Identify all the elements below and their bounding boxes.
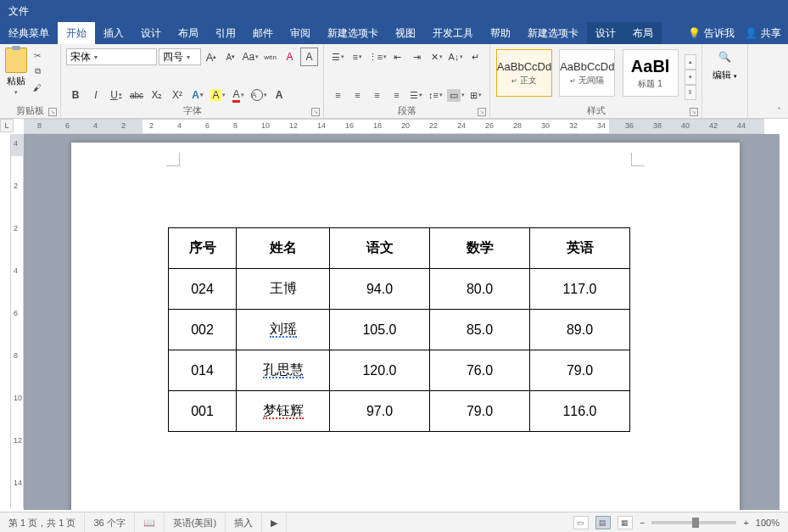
numbering-button[interactable]: ≡ — [349, 48, 366, 66]
status-proofing[interactable]: 📖 — [135, 512, 165, 533]
table-header[interactable]: 序号 — [169, 228, 237, 269]
table-cell[interactable]: 85.0 — [430, 310, 530, 350]
tab-table-layout[interactable]: 布局 — [624, 22, 662, 44]
style-heading1[interactable]: AaBl 标题 1 — [623, 49, 679, 97]
style-normal[interactable]: AaBbCcDd ↵ 正文 — [496, 49, 552, 97]
clipboard-dialog-launcher[interactable]: ↘ — [48, 108, 57, 116]
paragraph-dialog-launcher[interactable]: ↘ — [478, 108, 486, 116]
table-header[interactable]: 姓名 — [237, 228, 330, 269]
collapse-ribbon-button[interactable]: ˄ — [773, 106, 785, 116]
find-button[interactable]: 🔍 — [716, 48, 735, 66]
shrink-font-button[interactable]: A▾ — [221, 48, 239, 66]
tab-selector[interactable]: L — [0, 119, 14, 132]
text-effects-button[interactable]: A — [188, 86, 207, 104]
zoom-level[interactable]: 100% — [756, 518, 780, 528]
enclosed-char-button[interactable]: A — [249, 86, 268, 104]
view-print-button[interactable]: ▤ — [595, 516, 611, 529]
table-cell[interactable]: 孔思慧 — [237, 350, 330, 391]
table-cell[interactable]: 89.0 — [530, 310, 630, 350]
tell-me[interactable]: 💡告诉我 — [688, 26, 735, 41]
styles-down-button[interactable]: ▾ — [685, 70, 696, 85]
bullets-button[interactable]: ☰ — [329, 48, 347, 66]
align-justify-button[interactable]: ≡ — [388, 86, 405, 104]
tab-newtab2[interactable]: 新建选项卡 — [519, 22, 587, 44]
table-row[interactable]: 014孔思慧120.076.079.0 — [169, 350, 630, 391]
clear-format-button[interactable]: A — [281, 48, 299, 66]
status-macro[interactable]: ▶ — [262, 512, 287, 533]
bold-button[interactable]: B — [66, 86, 85, 104]
subscript-button[interactable]: X₂ — [148, 86, 166, 104]
format-painter-button[interactable]: 🖌 — [29, 80, 46, 95]
horizontal-ruler[interactable]: 8642246810121416182022242628303234363840… — [24, 119, 764, 134]
table-cell[interactable]: 刘瑶 — [237, 310, 330, 350]
indent-button[interactable]: ⇥ — [408, 48, 426, 66]
document-canvas[interactable]: 序号 姓名 语文 数学 英语 024王博94.080.0117.0002刘瑶10… — [24, 134, 780, 510]
zoom-slider[interactable] — [651, 521, 736, 524]
table-cell[interactable]: 79.0 — [530, 350, 630, 391]
table-cell[interactable]: 014 — [169, 350, 237, 391]
superscript-button[interactable]: X² — [168, 86, 187, 104]
table-cell[interactable]: 97.0 — [330, 391, 430, 432]
cut-button[interactable]: ✂ — [29, 48, 46, 63]
grow-font-button[interactable]: A▴ — [203, 48, 221, 66]
highlight-button[interactable]: A — [209, 86, 227, 104]
char-shading-button[interactable]: A — [270, 86, 288, 104]
table-cell[interactable]: 024 — [169, 269, 237, 310]
status-language[interactable]: 英语(美国) — [165, 512, 226, 533]
vertical-ruler[interactable]: 422468101214 — [10, 134, 24, 508]
table-cell[interactable]: 105.0 — [330, 310, 430, 350]
change-case-button[interactable]: Aa — [241, 48, 260, 66]
borders-button[interactable]: ⊞ — [467, 86, 484, 104]
tab-design[interactable]: 设计 — [132, 22, 170, 44]
zoom-thumb[interactable] — [692, 518, 699, 528]
sort-button[interactable]: A↓ — [447, 48, 465, 66]
tab-mail[interactable]: 邮件 — [244, 22, 282, 44]
show-marks-button[interactable]: ↵ — [467, 48, 484, 66]
share-button[interactable]: 👤共享 — [745, 26, 781, 41]
font-size-select[interactable]: 四号 — [159, 48, 201, 65]
table-cell[interactable]: 002 — [169, 310, 237, 350]
tab-dev[interactable]: 开发工具 — [424, 22, 482, 44]
shading-button[interactable]: ▭ — [446, 86, 465, 104]
document-table[interactable]: 序号 姓名 语文 数学 英语 024王博94.080.0117.0002刘瑶10… — [168, 227, 630, 432]
styles-dialog-launcher[interactable]: ↘ — [690, 108, 698, 116]
styles-up-button[interactable]: ▴ — [685, 54, 696, 70]
outdent-button[interactable]: ⇤ — [388, 48, 406, 66]
font-dialog-launcher[interactable]: ↘ — [311, 108, 320, 116]
phonetic-button[interactable]: wén — [261, 48, 279, 66]
underline-button[interactable]: U — [107, 86, 126, 104]
table-cell[interactable]: 79.0 — [430, 391, 530, 432]
distributed-button[interactable]: ☰ — [407, 86, 425, 104]
tab-references[interactable]: 引用 — [207, 22, 244, 44]
copy-button[interactable]: ⧉ — [29, 64, 46, 79]
table-header[interactable]: 英语 — [530, 228, 630, 269]
font-name-select[interactable]: 宋体 — [66, 48, 157, 65]
align-right-button[interactable]: ≡ — [368, 86, 386, 104]
tab-layout[interactable]: 布局 — [170, 22, 207, 44]
view-web-button[interactable]: ▦ — [618, 516, 633, 529]
table-cell[interactable]: 76.0 — [430, 350, 530, 391]
tab-view[interactable]: 视图 — [387, 22, 424, 44]
table-cell[interactable]: 王博 — [237, 269, 330, 310]
menu-file[interactable]: 文件 — [0, 0, 37, 22]
table-cell[interactable]: 梦钰辉 — [237, 391, 330, 432]
tab-table-design[interactable]: 设计 — [587, 22, 624, 44]
table-row[interactable]: 001梦钰辉97.079.0116.0 — [169, 391, 630, 432]
table-cell[interactable]: 116.0 — [530, 391, 630, 432]
line-spacing-button[interactable]: ↕≡ — [427, 86, 444, 104]
style-nospacing[interactable]: AaBbCcDd ↵ 无间隔 — [559, 49, 615, 97]
table-row[interactable]: 024王博94.080.0117.0 — [169, 269, 630, 310]
status-words[interactable]: 36 个字 — [85, 512, 134, 533]
align-center-button[interactable]: ≡ — [349, 86, 366, 104]
tab-home[interactable]: 开始 — [58, 22, 95, 44]
table-cell[interactable]: 117.0 — [530, 269, 630, 310]
zoom-out-button[interactable]: − — [640, 518, 645, 528]
status-page[interactable]: 第 1 页，共 1 页 — [0, 512, 85, 533]
multilevel-button[interactable]: ⋮≡ — [368, 48, 387, 66]
edit-label[interactable]: 编辑 ▾ — [713, 69, 737, 81]
styles-more-button[interactable]: ⊻ — [685, 85, 696, 100]
strike-button[interactable]: abc — [127, 86, 146, 104]
table-cell[interactable]: 80.0 — [430, 269, 530, 310]
tab-review[interactable]: 审阅 — [282, 22, 319, 44]
table-row[interactable]: 002刘瑶105.085.089.0 — [169, 310, 630, 350]
